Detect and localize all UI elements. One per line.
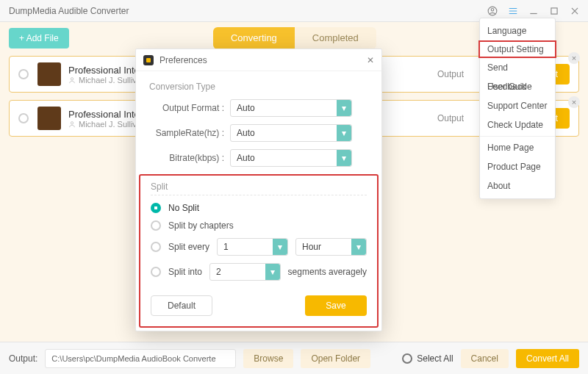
bitrate-select[interactable]: Auto ▾ [230,149,352,167]
split-every[interactable]: Split every 1 ▾ Hour ▾ [151,238,367,256]
output-label: Output [437,113,464,123]
app-logo-icon [143,55,154,65]
menu-user-guide[interactable]: User Guide [480,77,555,96]
select-all-radio[interactable] [402,353,412,364]
split-every-unit[interactable]: Hour ▾ [295,238,367,256]
split-into-value[interactable]: 2 ▾ [209,263,281,281]
output-label: Output [437,69,464,79]
tab-converting[interactable]: Converting [213,27,295,49]
svg-point-3 [71,77,73,79]
menu-send-feedback[interactable]: Send Feedback [480,58,555,77]
dialog-close-icon[interactable]: ✕ [367,55,374,65]
svg-point-1 [491,8,494,11]
row-radio[interactable] [18,113,29,123]
default-button[interactable]: Default [151,295,212,316]
menu-check-update[interactable]: Check Update [480,115,555,134]
add-file-button[interactable]: + Add File [9,28,69,48]
chevron-down-icon: ▾ [337,150,351,166]
radio-icon [151,203,161,213]
output-path-label: Output: [9,353,37,364]
samplerate-label: SampleRate(hz) : [149,128,230,138]
convert-all-button[interactable]: Convert All [516,349,579,368]
menu-language[interactable]: Language [480,21,555,40]
split-title: Split [151,181,367,195]
output-path-input[interactable] [45,349,236,368]
menu-support-center[interactable]: Support Center [480,96,555,115]
tab-completed[interactable]: Completed [295,27,376,49]
row-radio[interactable] [18,69,29,79]
dialog-title: Preferences [159,55,207,65]
app-title: DumpMedia Audible Converter [9,6,129,16]
browse-button[interactable]: Browse [243,349,293,368]
chevron-down-icon: ▾ [337,100,351,116]
bottom-bar: Output: Browse Open Folder Select All Ca… [0,342,588,374]
save-button[interactable]: Save [305,295,367,316]
menu-home-page[interactable]: Home Page [480,138,555,157]
add-file-label: + Add File [19,33,59,43]
svg-point-4 [71,121,73,123]
cancel-button[interactable]: Cancel [461,349,509,368]
main-menu: Language Output Setting Send Feedback Us… [479,18,556,199]
menu-about[interactable]: About [480,176,555,195]
chevron-down-icon: ▾ [337,125,351,141]
radio-icon [151,220,161,231]
output-format-select[interactable]: Auto ▾ [230,99,352,117]
split-into[interactable]: Split into 2 ▾ segments averagely [151,263,367,281]
chevron-down-icon: ▾ [273,239,287,255]
output-format-label: Output Format : [149,103,230,113]
split-section: Split No Split Split by chapters Split e… [139,174,379,328]
conversion-type-title: Conversion Type [149,82,368,92]
split-every-value[interactable]: 1 ▾ [217,238,288,256]
chevron-down-icon: ▾ [351,239,366,255]
remove-item-icon[interactable]: × [568,52,580,64]
select-all[interactable]: Select All [402,353,453,364]
menu-output-setting[interactable]: Output Setting [478,40,556,58]
remove-item-icon[interactable]: × [568,96,580,108]
book-thumbnail [37,107,61,130]
open-folder-button[interactable]: Open Folder [301,349,370,368]
split-none[interactable]: No Split [151,203,367,213]
chevron-down-icon: ▾ [265,264,280,280]
svg-rect-2 [551,7,557,13]
samplerate-select[interactable]: Auto ▾ [230,124,352,142]
bitrate-label: Bitrate(kbps) : [149,153,230,163]
radio-icon [151,267,161,277]
radio-icon [151,242,161,252]
preferences-dialog: Preferences ✕ Conversion Type Output For… [135,48,382,331]
close-icon[interactable] [564,1,585,21]
menu-product-page[interactable]: Product Page [480,157,555,176]
split-by-chapters[interactable]: Split by chapters [151,220,367,231]
book-thumbnail [37,62,61,86]
dialog-header: Preferences ✕ [136,49,381,71]
main-tabs: Converting Completed [213,27,376,49]
